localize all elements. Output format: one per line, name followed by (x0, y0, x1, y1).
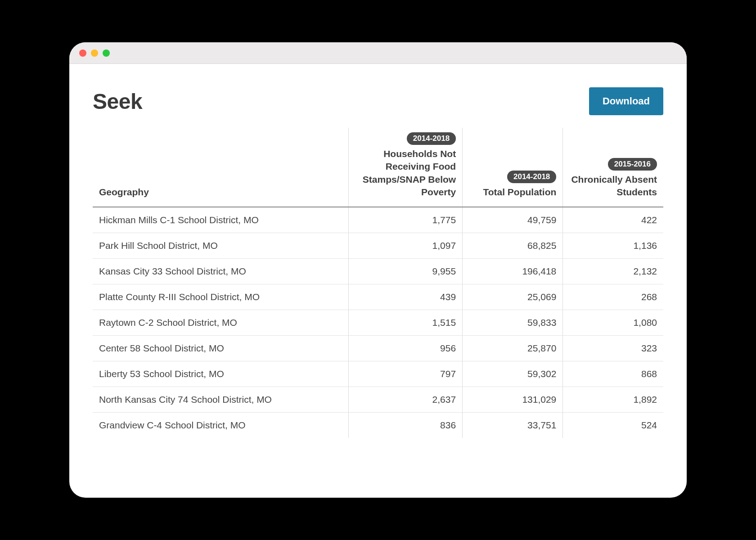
content-area: Seek Download Geography 2014-2018 Househ… (69, 64, 687, 498)
cell-geography: North Kansas City 74 School District, MO (93, 387, 348, 413)
cell-snap: 1,097 (348, 233, 463, 259)
cell-absent: 1,892 (563, 387, 663, 413)
cell-snap: 2,637 (348, 387, 463, 413)
cell-pop: 25,870 (463, 336, 563, 361)
cell-geography: Platte County R-III School District, MO (93, 284, 348, 310)
data-table: Geography 2014-2018 Households Not Recei… (93, 128, 663, 438)
table-row: Platte County R-III School District, MO4… (93, 284, 663, 310)
cell-geography: Raytown C-2 School District, MO (93, 310, 348, 336)
cell-absent: 323 (563, 336, 663, 361)
minimize-icon[interactable] (91, 50, 98, 57)
table-row: Raytown C-2 School District, MO1,51559,8… (93, 310, 663, 336)
table-row: Hickman Mills C-1 School District, MO1,7… (93, 207, 663, 233)
maximize-icon[interactable] (103, 50, 110, 57)
year-badge: 2014-2018 (507, 171, 556, 183)
cell-pop: 59,833 (463, 310, 563, 336)
col-header-snap: 2014-2018 Households Not Receiving Food … (348, 128, 463, 207)
col-header-geography: Geography (93, 128, 348, 207)
cell-absent: 268 (563, 284, 663, 310)
cell-geography: Kansas City 33 School District, MO (93, 259, 348, 284)
cell-absent: 2,132 (563, 259, 663, 284)
year-badge: 2014-2018 (407, 132, 456, 145)
col-header-absent: 2015-2016 Chronically Absent Students (563, 128, 663, 207)
cell-pop: 68,825 (463, 233, 563, 259)
table-header-row: Geography 2014-2018 Households Not Recei… (93, 128, 663, 207)
table-row: Grandview C-4 School District, MO83633,7… (93, 413, 663, 438)
cell-snap: 797 (348, 361, 463, 387)
cell-snap: 956 (348, 336, 463, 361)
page-title: Seek (93, 89, 142, 114)
cell-pop: 131,029 (463, 387, 563, 413)
close-icon[interactable] (79, 50, 86, 57)
year-badge: 2015-2016 (608, 158, 657, 171)
cell-geography: Liberty 53 School District, MO (93, 361, 348, 387)
cell-pop: 196,418 (463, 259, 563, 284)
cell-geography: Hickman Mills C-1 School District, MO (93, 207, 348, 233)
cell-geography: Park Hill School District, MO (93, 233, 348, 259)
cell-pop: 59,302 (463, 361, 563, 387)
table-row: North Kansas City 74 School District, MO… (93, 387, 663, 413)
cell-pop: 25,069 (463, 284, 563, 310)
header-row: Seek Download (93, 87, 663, 115)
cell-absent: 422 (563, 207, 663, 233)
titlebar (69, 42, 687, 64)
table-row: Kansas City 33 School District, MO9,9551… (93, 259, 663, 284)
app-window: Seek Download Geography 2014-2018 Househ… (69, 42, 687, 498)
cell-absent: 524 (563, 413, 663, 438)
cell-geography: Grandview C-4 School District, MO (93, 413, 348, 438)
cell-absent: 1,080 (563, 310, 663, 336)
download-button[interactable]: Download (589, 87, 663, 115)
cell-snap: 836 (348, 413, 463, 438)
cell-snap: 439 (348, 284, 463, 310)
table-row: Liberty 53 School District, MO79759,3028… (93, 361, 663, 387)
cell-snap: 1,775 (348, 207, 463, 233)
table-row: Center 58 School District, MO95625,87032… (93, 336, 663, 361)
cell-pop: 49,759 (463, 207, 563, 233)
cell-absent: 868 (563, 361, 663, 387)
cell-absent: 1,136 (563, 233, 663, 259)
cell-snap: 9,955 (348, 259, 463, 284)
cell-geography: Center 58 School District, MO (93, 336, 348, 361)
col-header-population: 2014-2018 Total Population (463, 128, 563, 207)
cell-pop: 33,751 (463, 413, 563, 438)
cell-snap: 1,515 (348, 310, 463, 336)
table-row: Park Hill School District, MO1,09768,825… (93, 233, 663, 259)
